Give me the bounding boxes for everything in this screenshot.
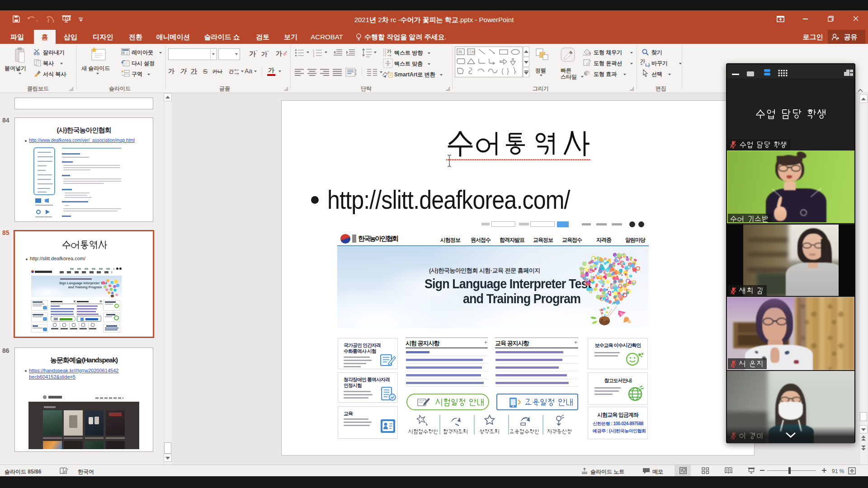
svg-text:가: 가 [387, 49, 392, 54]
svg-text:간: 간 [229, 69, 234, 74]
svg-text:가: 가 [471, 50, 475, 54]
svg-text:3: 3 [313, 55, 315, 57]
svg-text:나: 나 [645, 62, 650, 67]
svg-text:가: 가 [458, 50, 462, 54]
svg-text:가: 가 [640, 58, 645, 64]
